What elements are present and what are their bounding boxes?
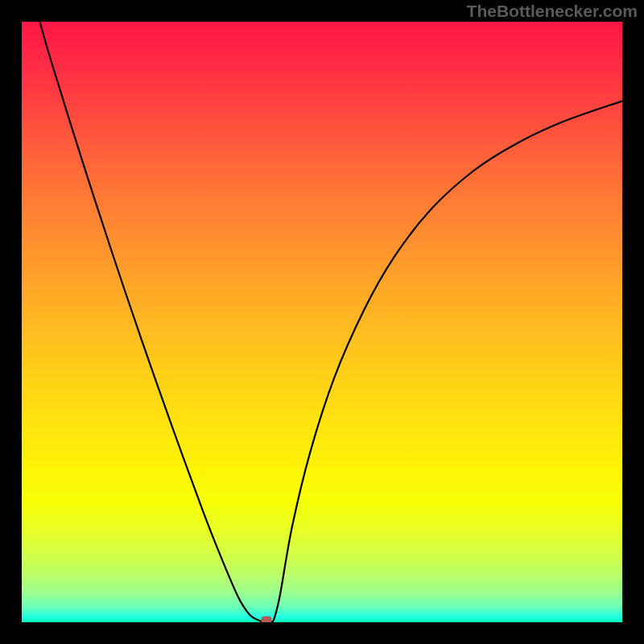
optimal-point-marker	[262, 617, 272, 623]
plot-area	[22, 22, 622, 622]
bottleneck-curve	[22, 22, 622, 622]
attribution-text: TheBottlenecker.com	[467, 2, 638, 21]
chart-frame: TheBottlenecker.com	[0, 0, 644, 644]
